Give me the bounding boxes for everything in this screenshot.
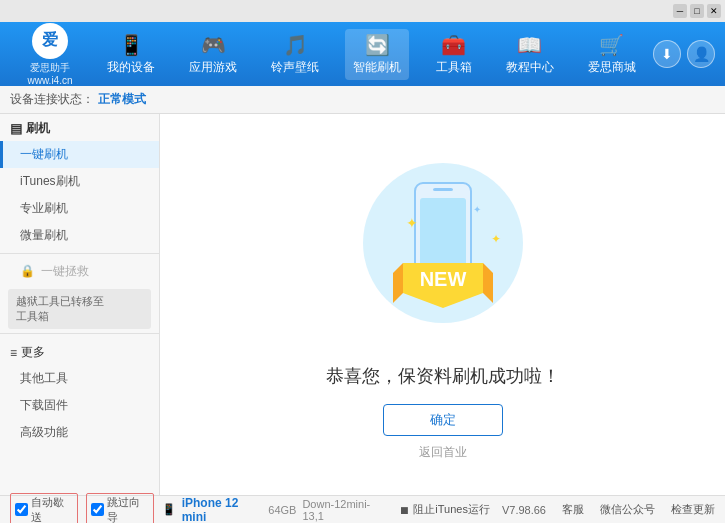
svg-text:NEW: NEW [419, 268, 466, 290]
auto-start-label: 自动歇送 [31, 495, 73, 524]
nav-tutorial[interactable]: 📖 教程中心 [498, 29, 562, 80]
svg-text:✦: ✦ [473, 204, 481, 215]
bottom-bar: 自动歇送 跳过向导 📱 iPhone 12 mini 64GB Down-12m… [0, 495, 725, 523]
bottom-right: V7.98.66 客服 微信公众号 检查更新 [502, 502, 715, 517]
header-right: ⬇ 👤 [653, 40, 715, 68]
svg-text:✦: ✦ [491, 232, 501, 246]
sidebar-pro-flash[interactable]: 专业刷机 [0, 195, 159, 222]
svg-rect-3 [433, 188, 453, 191]
my-device-icon: 📱 [119, 33, 144, 57]
shop-icon: 🛒 [599, 33, 624, 57]
success-illustration: NEW ✦ ✦ ✦ [343, 148, 543, 348]
nav-shop[interactable]: 🛒 爱思商城 [580, 29, 644, 80]
version-label: V7.98.66 [502, 504, 546, 516]
device-storage: 64GB [268, 504, 296, 516]
skip-guide-label: 跳过向导 [107, 495, 149, 524]
stop-itunes[interactable]: ⏹ 阻止iTunes运行 [399, 502, 490, 517]
minimize-button[interactable]: ─ [673, 4, 687, 18]
flash-section-title: ▤ 刷机 [0, 114, 159, 141]
device-name: iPhone 12 mini [182, 496, 263, 524]
return-home-link[interactable]: 返回首业 [419, 444, 467, 461]
toolbox-icon: 🧰 [441, 33, 466, 57]
stop-itunes-label: 阻止iTunes运行 [413, 502, 490, 517]
bottom-left: 自动歇送 跳过向导 📱 iPhone 12 mini 64GB Down-12m… [10, 493, 387, 524]
nav-my-device-label: 我的设备 [107, 59, 155, 76]
nav-my-device[interactable]: 📱 我的设备 [99, 29, 163, 80]
content-area: NEW ✦ ✦ ✦ 恭喜您，保资料刷机成功啦！ 确定 返回首业 [160, 114, 725, 495]
nav-shop-label: 爱思商城 [588, 59, 636, 76]
more-section-icon: ≡ [10, 346, 17, 360]
skip-guide-input[interactable] [91, 503, 104, 516]
sidebar-divider-2 [0, 333, 159, 334]
ringtones-icon: 🎵 [283, 33, 308, 57]
sidebar-advanced[interactable]: 高级功能 [0, 419, 159, 446]
status-label: 设备连接状态： [10, 91, 94, 108]
status-value: 正常模式 [98, 91, 146, 108]
tutorial-icon: 📖 [517, 33, 542, 57]
service-link[interactable]: 客服 [562, 502, 584, 517]
maximize-button[interactable]: □ [690, 4, 704, 18]
device-info: 📱 iPhone 12 mini 64GB Down-12mini-13,1 [162, 496, 388, 524]
close-button[interactable]: ✕ [707, 4, 721, 18]
nav-bar: 📱 我的设备 🎮 应用游戏 🎵 铃声壁纸 🔄 智能刷机 🧰 工具箱 📖 教程中心… [90, 29, 653, 80]
nav-ringtones-label: 铃声壁纸 [271, 59, 319, 76]
auto-start-input[interactable] [15, 503, 28, 516]
confirm-button[interactable]: 确定 [383, 404, 503, 436]
more-section-label: 更多 [21, 344, 45, 361]
title-bar: ─ □ ✕ [0, 0, 725, 22]
nav-toolbox[interactable]: 🧰 工具箱 [428, 29, 480, 80]
more-section-title: ≡ 更多 [0, 338, 159, 365]
nav-tutorial-label: 教程中心 [506, 59, 554, 76]
sidebar: ▤ 刷机 一键刷机 iTunes刷机 专业刷机 微量刷机 🔒 一键拯救 越狱工具… [0, 114, 160, 495]
logo-text: 爱思助手 [30, 61, 70, 75]
nav-ringtones[interactable]: 🎵 铃声壁纸 [263, 29, 327, 80]
logo-sub: www.i4.cn [27, 75, 72, 86]
nav-apps-games-label: 应用游戏 [189, 59, 237, 76]
success-text: 恭喜您，保资料刷机成功啦！ [326, 364, 560, 388]
auto-start-checkbox[interactable]: 自动歇送 [10, 493, 78, 524]
skip-guide-checkbox[interactable]: 跳过向导 [86, 493, 154, 524]
sidebar-micro-flash[interactable]: 微量刷机 [0, 222, 159, 249]
header: 爱 爱思助手 www.i4.cn 📱 我的设备 🎮 应用游戏 🎵 铃声壁纸 🔄 … [0, 22, 725, 86]
svg-rect-2 [420, 198, 466, 270]
sidebar-one-key-rescue: 🔒 一键拯救 [0, 258, 159, 285]
svg-text:✦: ✦ [406, 215, 418, 231]
logo: 爱 爱思助手 www.i4.cn [10, 23, 90, 86]
check-update-link[interactable]: 检查更新 [671, 502, 715, 517]
sidebar-divider-1 [0, 253, 159, 254]
device-model: Down-12mini-13,1 [302, 498, 387, 522]
user-button[interactable]: 👤 [687, 40, 715, 68]
nav-smart-flash-label: 智能刷机 [353, 59, 401, 76]
jailbreak-notice: 越狱工具已转移至工具箱 [8, 289, 151, 329]
device-phone-icon: 📱 [162, 503, 176, 516]
status-bar: 设备连接状态： 正常模式 [0, 86, 725, 114]
nav-smart-flash[interactable]: 🔄 智能刷机 [345, 29, 409, 80]
logo-icon: 爱 [32, 23, 68, 59]
flash-section-label: 刷机 [26, 120, 50, 137]
main-layout: ▤ 刷机 一键刷机 iTunes刷机 专业刷机 微量刷机 🔒 一键拯救 越狱工具… [0, 114, 725, 495]
sidebar-one-key-flash[interactable]: 一键刷机 [0, 141, 159, 168]
wechat-link[interactable]: 微信公众号 [600, 502, 655, 517]
sidebar-download-firmware[interactable]: 下载固件 [0, 392, 159, 419]
download-button[interactable]: ⬇ [653, 40, 681, 68]
smart-flash-icon: 🔄 [365, 33, 390, 57]
apps-games-icon: 🎮 [201, 33, 226, 57]
nav-apps-games[interactable]: 🎮 应用游戏 [181, 29, 245, 80]
sidebar-other-tools[interactable]: 其他工具 [0, 365, 159, 392]
nav-toolbox-label: 工具箱 [436, 59, 472, 76]
stop-icon: ⏹ [399, 504, 410, 516]
sidebar-itunes-flash[interactable]: iTunes刷机 [0, 168, 159, 195]
flash-section-icon: ▤ [10, 121, 22, 136]
